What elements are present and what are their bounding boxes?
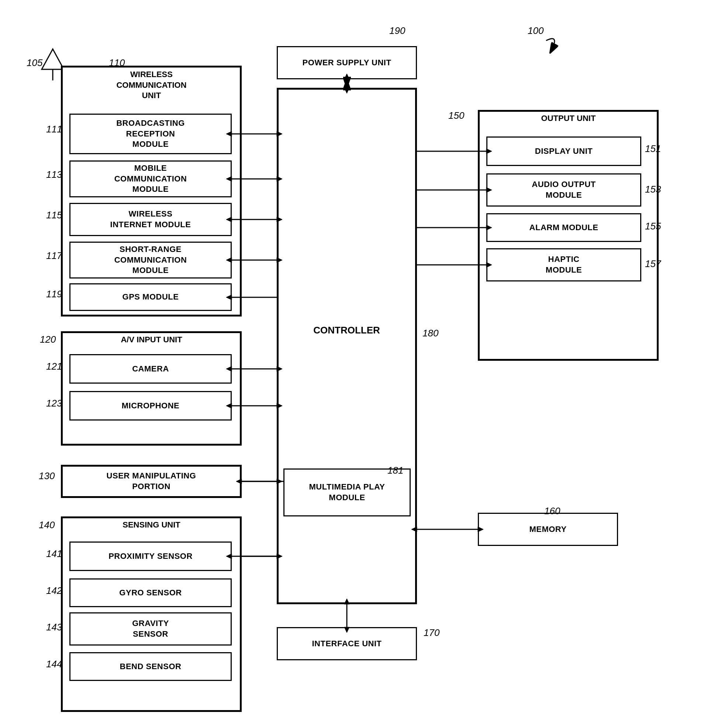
bend-label: BEND SENSOR [120, 661, 182, 672]
audio-output-label: AUDIO OUTPUTMODULE [532, 179, 595, 200]
audio-output-box: AUDIO OUTPUTMODULE [486, 173, 641, 206]
ref-151: 151 [645, 143, 661, 154]
memory-label: MEMORY [529, 524, 566, 535]
alarm-box: ALARM MODULE [486, 213, 641, 242]
ref-160: 160 [544, 505, 560, 517]
output-unit-label: OUTPUT UNIT [483, 114, 654, 123]
ref-180: 180 [422, 327, 438, 339]
diagram: 190 100 105 110 WIRELESSCOMMUNICATIONUNI… [0, 0, 728, 723]
power-supply-box: POWER SUPPLY UNIT [277, 46, 417, 79]
ref-142: 142 [46, 585, 62, 596]
ref-113: 113 [46, 169, 62, 180]
bend-box: BEND SENSOR [69, 652, 232, 681]
ref-123: 123 [46, 397, 62, 409]
user-manip-label: USER MANIPULATINGPORTION [107, 471, 196, 492]
interface-box: INTERFACE UNIT [277, 627, 417, 660]
microphone-box: MICROPHONE [69, 391, 232, 420]
ref-144: 144 [46, 659, 62, 670]
ref-153: 153 [645, 184, 661, 195]
camera-box: CAMERA [69, 354, 232, 384]
ref-115: 115 [46, 209, 62, 221]
ref-143: 143 [46, 622, 62, 633]
ref-140: 140 [39, 520, 55, 531]
wireless-internet-box: WIRELESSINTERNET MODULE [69, 203, 232, 236]
gps-label: GPS MODULE [122, 292, 179, 303]
gps-box: GPS MODULE [69, 283, 232, 311]
interface-label: INTERFACE UNIT [312, 639, 382, 649]
camera-label: CAMERA [132, 364, 169, 374]
ref-111: 111 [46, 124, 62, 135]
wireless-comm-label: WIRELESSCOMMUNICATIONUNIT [66, 69, 237, 101]
haptic-box: HAPTICMODULE [486, 248, 641, 281]
controller-label: CONTROLLER [281, 325, 412, 336]
ref-141: 141 [46, 548, 62, 559]
multimedia-label: MULTIMEDIA PLAYMODULE [309, 482, 385, 503]
ref-155: 155 [645, 220, 661, 232]
broadcasting-box: BROADCASTINGRECEPTIONMODULE [69, 114, 232, 154]
ref-117: 117 [46, 250, 62, 261]
proximity-box: PROXIMITY SENSOR [69, 541, 232, 571]
av-input-label: A/V INPUT UNIT [66, 335, 237, 344]
ref-190: 190 [389, 25, 405, 37]
antenna-symbol [40, 47, 62, 80]
alarm-label: ALARM MODULE [529, 222, 598, 233]
short-range-box: SHORT-RANGECOMMUNICATIONMODULE [69, 242, 232, 278]
ref-150: 150 [448, 110, 464, 121]
gyro-label: GYRO SENSOR [119, 588, 182, 598]
gravity-label: GRAVITYSENSOR [132, 618, 169, 639]
gravity-box: GRAVITYSENSOR [69, 612, 232, 645]
sensing-label: SENSING UNIT [66, 520, 237, 530]
user-manip-box: USER MANIPULATINGPORTION [61, 465, 242, 498]
ref-105: 105 [27, 57, 43, 69]
svg-marker-0 [42, 49, 64, 69]
display-label: DISPLAY UNIT [535, 146, 593, 157]
ref-121: 121 [46, 361, 62, 372]
haptic-label: HAPTICMODULE [546, 254, 582, 275]
ref-170: 170 [424, 627, 439, 639]
ref-119: 119 [46, 289, 62, 300]
proximity-label: PROXIMITY SENSOR [109, 551, 193, 562]
ref-130: 130 [39, 470, 55, 482]
av-input-box [61, 331, 242, 446]
microphone-label: MICROPHONE [122, 400, 180, 411]
mobile-comm-label: MOBILECOMMUNICATIONMODULE [115, 163, 187, 195]
controller-box [277, 88, 417, 604]
short-range-label: SHORT-RANGECOMMUNICATIONMODULE [115, 244, 187, 276]
ref-100: 100 [528, 25, 543, 37]
gyro-box: GYRO SENSOR [69, 578, 232, 607]
mobile-comm-box: MOBILECOMMUNICATIONMODULE [69, 160, 232, 197]
ref-120: 120 [40, 334, 56, 345]
broadcasting-label: BROADCASTINGRECEPTIONMODULE [116, 118, 185, 150]
memory-box: MEMORY [478, 513, 618, 546]
display-box: DISPLAY UNIT [486, 136, 641, 166]
power-supply-label: POWER SUPPLY UNIT [303, 58, 392, 68]
ref-181: 181 [387, 465, 403, 476]
ref-157: 157 [645, 258, 661, 270]
wireless-internet-label: WIRELESSINTERNET MODULE [110, 209, 191, 230]
